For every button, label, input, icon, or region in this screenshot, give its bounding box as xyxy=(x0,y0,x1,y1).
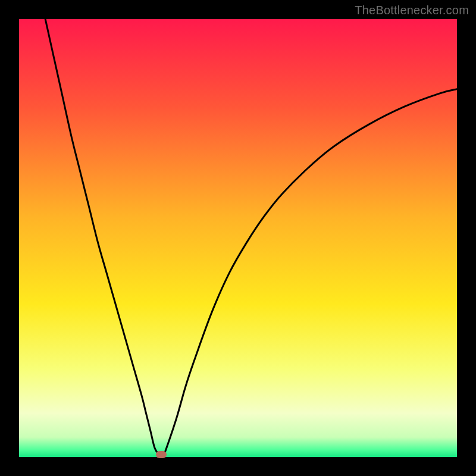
chart-plot-area xyxy=(19,19,457,457)
optimal-point-marker xyxy=(156,451,167,458)
chart-frame: TheBottlenecker.com xyxy=(0,0,476,476)
chart-background xyxy=(19,19,457,457)
watermark-text: TheBottlenecker.com xyxy=(355,4,469,17)
chart-svg xyxy=(19,19,457,457)
